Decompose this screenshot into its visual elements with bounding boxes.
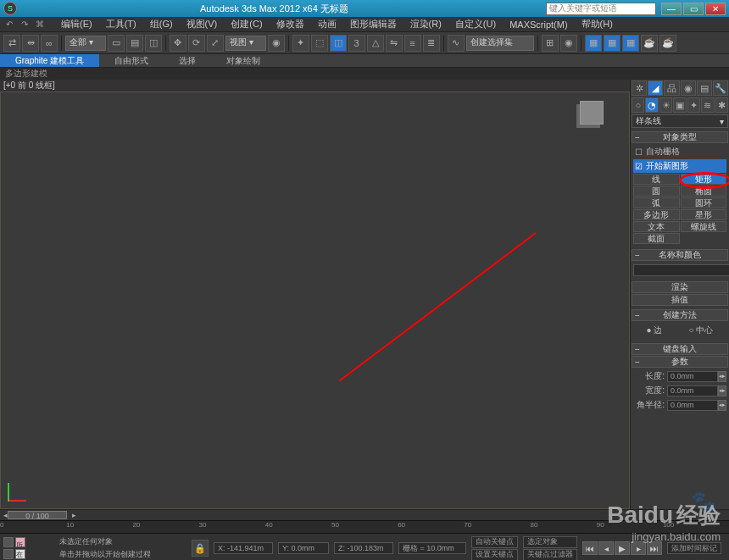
ribbon-tab-select[interactable]: 选择 — [164, 54, 211, 67]
redo-icon[interactable]: ↷ — [19, 19, 31, 30]
goto-start-icon[interactable]: ⏮ — [582, 541, 598, 555]
menu-animation[interactable]: 动画 — [311, 18, 343, 30]
menu-render[interactable]: 渲染(R) — [403, 18, 448, 30]
shape-ngon[interactable]: 多边形 — [633, 209, 680, 220]
cat-cameras[interactable]: ▣ — [673, 97, 686, 113]
script-listener-icon[interactable] — [3, 537, 14, 547]
minimize-button[interactable]: — — [661, 3, 682, 15]
angle-snap-icon[interactable]: ◫ — [330, 35, 347, 52]
length-spinner[interactable]: 0.0mm — [667, 371, 718, 382]
render-icon[interactable]: ▦ — [622, 35, 639, 52]
schematic-icon[interactable]: ⊞ — [542, 35, 559, 52]
rollout-object-type[interactable]: 对象类型 — [632, 131, 728, 143]
rollout-params[interactable]: 参数 — [632, 356, 728, 368]
tab-motion[interactable]: ◉ — [681, 80, 696, 96]
cat-spacewarps[interactable]: ≋ — [701, 97, 714, 113]
tab-modify[interactable]: ◢ — [648, 80, 663, 96]
method-edge-radio[interactable]: ● 边 — [647, 324, 663, 336]
move-icon[interactable]: ✥ — [170, 35, 186, 52]
rotate-icon[interactable]: ⟳ — [188, 35, 205, 52]
auto-key-button[interactable]: 自动关键点 — [471, 536, 518, 548]
cat-systems[interactable]: ✱ — [715, 97, 728, 113]
snap-toggle-icon[interactable]: ⬚ — [311, 35, 328, 52]
scale-icon[interactable]: ⤢ — [207, 35, 224, 52]
pivot-icon[interactable]: ◉ — [268, 35, 285, 52]
width-spinner[interactable]: 0.0mm — [667, 385, 718, 396]
menu-tools[interactable]: 工具(T) — [99, 18, 143, 30]
spinner-snap-icon[interactable]: △ — [367, 35, 384, 52]
rollout-render[interactable]: 渲染 — [632, 281, 728, 293]
select-icon[interactable]: ▭ — [108, 35, 125, 52]
object-name-input[interactable] — [633, 264, 729, 276]
key-filters-button[interactable]: 关键点过滤器 — [523, 549, 577, 561]
undo-icon[interactable]: ↶ — [3, 19, 15, 30]
named-selection-combo[interactable]: 创建选择集 — [466, 36, 534, 51]
next-frame-icon[interactable]: ▸ — [631, 541, 646, 555]
track-bar[interactable]: 010 2030 4050 6070 8090 100 — [0, 520, 729, 534]
shape-text[interactable]: 文本 — [633, 221, 680, 232]
menu-maxscript[interactable]: MAXScript(M) — [503, 19, 574, 30]
shape-star[interactable]: 星形 — [681, 209, 727, 220]
shape-arc[interactable]: 弧 — [633, 197, 680, 208]
selection-filter-combo[interactable]: 全部 ▾ — [65, 36, 106, 51]
tab-display[interactable]: ▤ — [697, 80, 712, 96]
menu-create[interactable]: 创建(C) — [224, 18, 269, 30]
rollout-interpolation[interactable]: 插值 — [632, 294, 728, 306]
set-key-button[interactable]: 设置关键点 — [471, 549, 518, 561]
menu-graph[interactable]: 图形编辑器 — [343, 18, 403, 30]
viewcube[interactable] — [580, 101, 604, 125]
cat-geometry[interactable]: ○ — [632, 97, 644, 113]
play-button[interactable]: ▶ — [615, 541, 630, 555]
menu-modifiers[interactable]: 修改器 — [270, 18, 311, 30]
cat-shapes[interactable]: ◔ — [645, 97, 658, 113]
coord-x[interactable]: X: -141.941m — [214, 542, 273, 554]
quick-render-icon[interactable]: ☕ — [659, 35, 676, 52]
menu-custom[interactable]: 自定义(U) — [448, 18, 503, 30]
align-icon[interactable]: ≡ — [404, 35, 421, 52]
coord-z[interactable]: Z: -100.183m — [334, 542, 393, 554]
bind-icon[interactable]: ∞ — [41, 35, 58, 52]
render-frame-icon[interactable]: ▦ — [604, 35, 620, 52]
corner-radius-spinner[interactable]: 0.0mm — [667, 400, 718, 411]
auto-grid-checkbox[interactable]: ☐ 自动栅格 — [633, 145, 726, 158]
key-mode-combo[interactable]: 选定对象 — [523, 536, 577, 548]
tab-utilities[interactable]: 🔧 — [713, 80, 728, 96]
material-icon[interactable]: ◉ — [560, 35, 577, 52]
menu-group[interactable]: 组(G) — [143, 18, 180, 30]
shape-ellipse[interactable]: 椭圆 — [681, 186, 727, 197]
ribbon-tab-graphite[interactable]: Graphite 建模工具 — [0, 54, 99, 67]
lock-icon[interactable] — [3, 549, 14, 559]
ribbon-tab-paint[interactable]: 对象绘制 — [211, 54, 275, 67]
link-icon[interactable]: ⌘ — [34, 19, 46, 30]
cat-lights[interactable]: ☀ — [659, 97, 672, 113]
rollout-create-method[interactable]: 创建方法 — [632, 309, 728, 321]
close-button[interactable]: ✕ — [705, 3, 726, 15]
unlink-icon[interactable]: ⇹ — [22, 35, 39, 52]
cat-helpers[interactable]: ✦ — [687, 97, 700, 113]
menu-help[interactable]: 帮助(H) — [575, 18, 620, 30]
rollout-keyboard[interactable]: 键盘输入 — [632, 343, 728, 355]
shape-circle[interactable]: 圆 — [633, 186, 680, 197]
select-region-icon[interactable]: ◫ — [145, 35, 162, 52]
teapot-icon[interactable]: ☕ — [641, 35, 658, 52]
viewport[interactable] — [0, 91, 630, 509]
help-search-input[interactable]: 键入关键字或短语 — [546, 3, 656, 15]
select-link-icon[interactable]: ⇄ — [3, 35, 20, 52]
select-name-icon[interactable]: ▤ — [126, 35, 143, 52]
goto-end-icon[interactable]: ⏭ — [647, 541, 662, 555]
time-slider-next[interactable]: ▸ — [72, 511, 76, 519]
tab-create[interactable]: ✲ — [632, 80, 647, 96]
tab-hierarchy[interactable]: 品 — [664, 80, 679, 96]
viewport-label[interactable]: [+0 前 0 线框] — [0, 80, 630, 91]
layers-icon[interactable]: ≣ — [423, 35, 440, 52]
subcategory-combo[interactable]: 样条线▾ — [632, 114, 728, 128]
shape-helix[interactable]: 螺旋线 — [681, 221, 727, 232]
add-time-tag[interactable]: 添加时间标记 — [667, 542, 721, 554]
spinner-arrows[interactable]: ◂▸ — [718, 385, 726, 396]
mirror-icon[interactable]: ⇋ — [386, 35, 403, 52]
shape-section[interactable]: 截面 — [633, 233, 680, 244]
rollout-name-color[interactable]: 名称和颜色 — [632, 249, 728, 261]
ribbon-panel-label[interactable]: 多边形建模 — [0, 68, 729, 80]
shape-line[interactable]: 线 — [633, 174, 680, 185]
shape-donut[interactable]: 圆环 — [681, 197, 727, 208]
